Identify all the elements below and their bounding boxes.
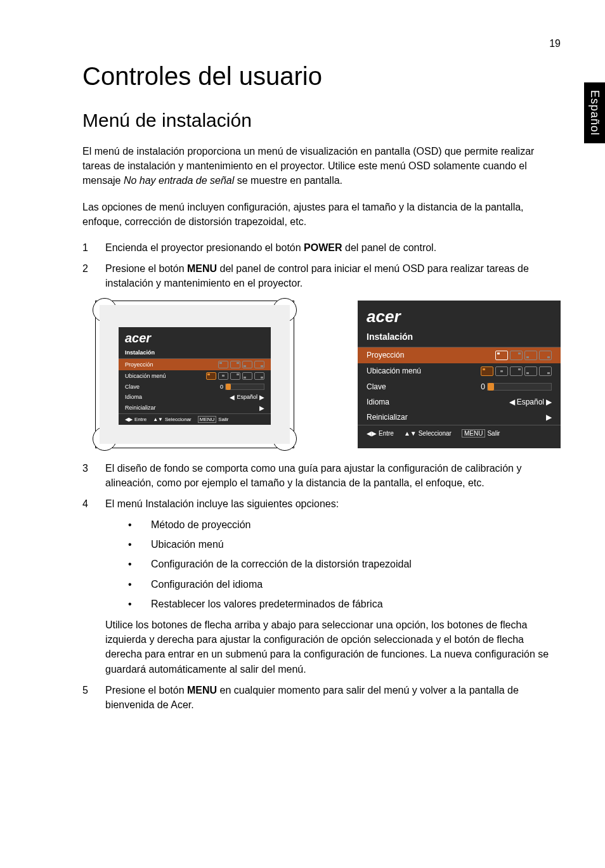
- bullet-item: •Método de proyección: [128, 517, 561, 532]
- osd-row-reinicializar: Reinicializar ▶: [119, 403, 271, 413]
- osd-row-clave: Clave 0: [358, 379, 561, 394]
- osd-logo: acer: [119, 327, 271, 347]
- osd-row-idioma: Idioma ◀ Español ▶: [119, 392, 271, 403]
- bullet-item: •Restablecer los valores predeterminados…: [128, 597, 561, 611]
- osd-footer: ◀▶Entre ▲▼Seleccionar MENUSalir: [358, 425, 561, 441]
- osd-screenshot-framed: acer Instalación Proyección Ubicación me…: [95, 301, 294, 448]
- osd-title: Instalación: [119, 347, 271, 359]
- osd-footer: ◀▶Entre ▲▼Seleccionar MENUSalir: [119, 413, 271, 425]
- page-title: Controles del usuario: [82, 62, 561, 91]
- osd-row-ubicacion: Ubicación menú: [358, 363, 561, 379]
- step-4: 4 El menú Instalación incluye las siguie…: [82, 496, 561, 677]
- bullet-item: •Ubicación menú: [128, 537, 561, 552]
- bullet-item: •Configuración del idioma: [128, 577, 561, 592]
- page-number: 19: [82, 38, 561, 49]
- osd-row-reinicializar: Reinicializar ▶: [358, 410, 561, 425]
- step-5: 5 Presione el botón MENU en cualquier mo…: [82, 683, 561, 712]
- osd-row-idioma: Idioma ◀ Español ▶: [358, 394, 561, 410]
- bullet-item: •Configuración de la corrección de la di…: [128, 557, 561, 571]
- section-title: Menú de instalación: [82, 110, 561, 131]
- intro-paragraph-2: Las opciones de menú incluyen configurac…: [82, 200, 561, 229]
- step-2: 2 Presione el botón MENU del panel de co…: [82, 261, 561, 290]
- language-tab: Español: [584, 82, 605, 143]
- osd-row-proyeccion: Proyección: [358, 347, 561, 363]
- step-1: 1 Encienda el proyector presionando el b…: [82, 240, 561, 255]
- osd-screenshots: acer Instalación Proyección Ubicación me…: [95, 301, 561, 448]
- osd-logo: acer: [358, 301, 561, 328]
- step-3: 3 El diseño de fondo se comporta como un…: [82, 461, 561, 490]
- osd-row-ubicacion: Ubicación menú: [119, 370, 271, 382]
- intro-paragraph-1: El menú de instalación proporciona un me…: [82, 144, 561, 188]
- osd-row-clave: Clave 0: [119, 382, 271, 392]
- osd-screenshot-large: acer Instalación Proyección Ubicación me…: [358, 301, 561, 448]
- osd-row-proyeccion: Proyección: [119, 359, 271, 370]
- osd-title: Instalación: [358, 328, 561, 347]
